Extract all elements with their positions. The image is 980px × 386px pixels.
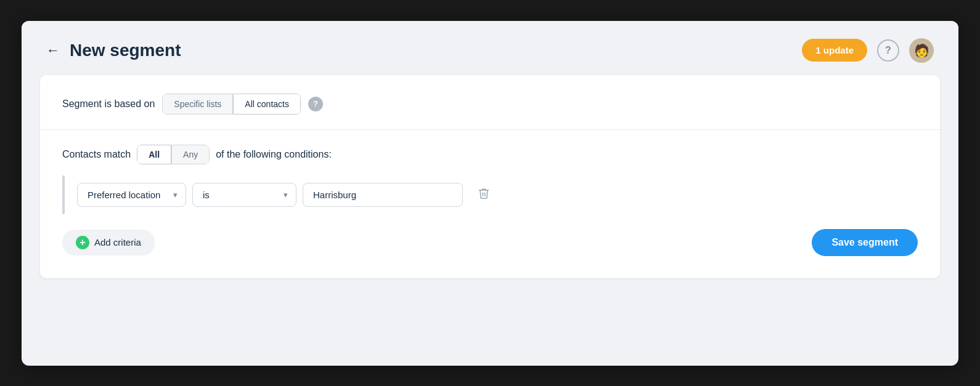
update-button[interactable]: 1 update xyxy=(802,39,867,62)
save-segment-button[interactable]: Save segment xyxy=(812,229,918,256)
add-criteria-label: Add criteria xyxy=(94,237,141,247)
operator-select[interactable]: is is not contains does not contain xyxy=(192,183,296,207)
condition-indicator xyxy=(62,175,65,214)
avatar: 🧑 xyxy=(909,38,934,63)
segment-based-label: Segment is based on xyxy=(62,99,155,110)
delete-condition-button[interactable] xyxy=(474,183,494,206)
segment-tab-group: Specific lists All contacts xyxy=(162,94,301,115)
add-circle-icon: + xyxy=(76,236,89,249)
field-select-wrapper: Preferred location Email First name Last… xyxy=(77,183,186,207)
divider xyxy=(40,129,940,130)
contacts-match-row: Contacts match All Any of the following … xyxy=(62,145,918,164)
match-tab-any[interactable]: Any xyxy=(171,145,210,164)
header: ← New segment 1 update ? 🧑 xyxy=(22,21,958,75)
segment-based-row: Segment is based on Specific lists All c… xyxy=(62,94,918,115)
header-left: ← New segment xyxy=(46,41,181,60)
back-button[interactable]: ← xyxy=(46,42,60,58)
header-right: 1 update ? 🧑 xyxy=(802,38,934,63)
conditions-text: of the following conditions: xyxy=(216,149,332,160)
tab-specific-lists[interactable]: Specific lists xyxy=(162,94,233,115)
operator-select-wrapper: is is not contains does not contain ▾ xyxy=(192,183,296,207)
condition-value-input[interactable] xyxy=(303,183,463,207)
page-title: New segment xyxy=(70,41,181,60)
tab-all-contacts[interactable]: All contacts xyxy=(233,94,301,115)
main-card: Segment is based on Specific lists All c… xyxy=(40,75,940,278)
match-tab-group: All Any xyxy=(137,145,210,164)
segment-info-icon[interactable]: ? xyxy=(308,97,323,111)
contacts-match-label: Contacts match xyxy=(62,149,131,160)
help-button[interactable]: ? xyxy=(877,39,899,62)
add-criteria-button[interactable]: + Add criteria xyxy=(62,230,155,255)
field-select[interactable]: Preferred location Email First name Last… xyxy=(77,183,186,207)
main-window: ← New segment 1 update ? 🧑 Segment is ba… xyxy=(22,21,958,366)
condition-row-wrapper: Preferred location Email First name Last… xyxy=(62,175,918,214)
condition-row: Preferred location Email First name Last… xyxy=(77,175,918,214)
match-tab-all[interactable]: All xyxy=(137,145,171,164)
bottom-row: + Add criteria Save segment xyxy=(62,229,918,256)
